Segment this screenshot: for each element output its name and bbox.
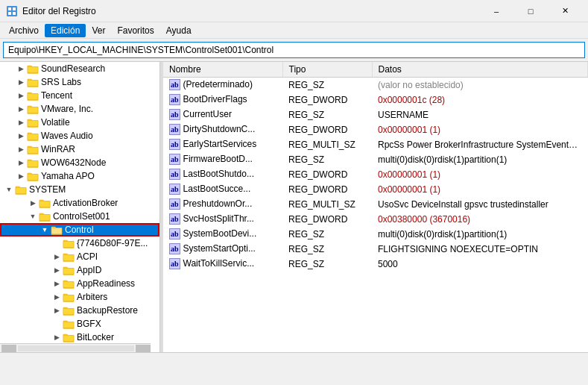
cell-name: abFirmwareBootD... bbox=[163, 152, 282, 167]
table-row[interactable]: abCurrentUserREG_SZUSERNAME bbox=[163, 107, 588, 122]
tree-item-soundresearch[interactable]: ▶ SoundResearch bbox=[0, 62, 159, 75]
table-row[interactable]: abDirtyShutdownC...REG_DWORD0x00000001 (… bbox=[163, 122, 588, 137]
table-row[interactable]: abBootDriverFlagsREG_DWORD0x0000001c (28… bbox=[163, 93, 588, 107]
table-row[interactable]: abLastBootShutdo...REG_DWORD0x00000001 (… bbox=[163, 167, 588, 182]
expand-soundresearch[interactable]: ▶ bbox=[15, 63, 27, 75]
expand-winrar[interactable]: ▶ bbox=[15, 143, 27, 155]
dword-icon: ab bbox=[169, 169, 180, 180]
tree-item-appid[interactable]: ▶ AppID bbox=[0, 263, 159, 277]
menu-archivo[interactable]: Archivo bbox=[3, 24, 45, 37]
tree-item-vmware[interactable]: ▶ VMware, Inc. bbox=[0, 102, 159, 116]
expand-appid[interactable]: ▶ bbox=[51, 264, 63, 276]
folder-icon-bitlocker bbox=[63, 332, 75, 342]
tree-item-7746d80f[interactable]: ▶ {7746D80F-97E... bbox=[0, 237, 159, 250]
table-row[interactable]: abSvcHostSplitThr...REG_DWORD0x00380000 … bbox=[163, 212, 588, 227]
cell-name: ab(Predeterminado) bbox=[163, 78, 282, 93]
tree-item-backuprestore[interactable]: ▶ BackupRestore bbox=[0, 304, 159, 317]
col-header-data[interactable]: Datos bbox=[372, 62, 588, 78]
col-header-name[interactable]: Nombre bbox=[163, 62, 282, 78]
table-row[interactable]: abSystemBootDevi...REG_SZmulti(0)disk(0)… bbox=[163, 227, 588, 242]
table-row[interactable]: abFirmwareBootD...REG_SZmulti(0)disk(0)r… bbox=[163, 152, 588, 167]
dword-icon: ab bbox=[169, 124, 180, 135]
table-row[interactable]: ab(Predeterminado)REG_SZ(valor no establ… bbox=[163, 78, 588, 93]
expand-system[interactable]: ▼ bbox=[3, 184, 15, 195]
label-wow6432node: WOW6432Node bbox=[41, 157, 106, 168]
tree-item-bgfx[interactable]: ▶ BGFX bbox=[0, 317, 159, 331]
ab-icon: ab bbox=[169, 139, 180, 150]
tree-item-bitlocker[interactable]: ▶ BitLocker bbox=[0, 331, 159, 344]
folder-icon-wow6432node bbox=[27, 157, 39, 168]
maximize-button[interactable]: □ bbox=[513, 0, 548, 22]
expand-tencent[interactable]: ▶ bbox=[15, 90, 27, 101]
folder-icon-appid bbox=[63, 265, 75, 275]
address-bar[interactable]: Equipo\HKEY_LOCAL_MACHINE\SYSTEM\Control… bbox=[3, 42, 585, 58]
cell-data: multi(0)disk(0)rdisk(1)partition(1) bbox=[372, 227, 588, 242]
tree-item-yamahaapo[interactable]: ▶ Yamaha APO bbox=[0, 169, 159, 183]
table-row[interactable]: abLastBootSucce...REG_DWORD0x00000001 (1… bbox=[163, 182, 588, 197]
dword-icon: ab bbox=[169, 94, 180, 105]
expand-srslabs[interactable]: ▶ bbox=[15, 76, 27, 88]
label-arbiters: Arbiters bbox=[77, 292, 107, 302]
expand-acpi[interactable]: ▶ bbox=[51, 251, 63, 263]
tree-item-winrar[interactable]: ▶ WinRAR bbox=[0, 143, 159, 156]
tree-item-activationbroker[interactable]: ▶ ActivationBroker bbox=[0, 196, 159, 210]
expand-controlset001[interactable]: ▼ bbox=[27, 210, 39, 222]
expand-volatile[interactable]: ▶ bbox=[15, 116, 27, 128]
expand-backuprestore[interactable]: ▶ bbox=[51, 304, 63, 316]
cell-name: abBootDriverFlags bbox=[163, 93, 282, 107]
menu-ver[interactable]: Ver bbox=[86, 24, 111, 37]
table-row[interactable]: abEarlyStartServicesREG_MULTI_SZRpcSs Po… bbox=[163, 137, 588, 152]
label-appreadiness: AppReadiness bbox=[77, 278, 135, 289]
table-row[interactable]: abWaitToKillServic...REG_SZ5000 bbox=[163, 257, 588, 272]
folder-icon-wavesaudio bbox=[27, 131, 39, 141]
expand-appreadiness[interactable]: ▶ bbox=[51, 278, 63, 289]
cell-type: REG_MULTI_SZ bbox=[282, 137, 372, 152]
tree-item-volatile[interactable]: ▶ Volatile bbox=[0, 116, 159, 129]
close-button[interactable]: ✕ bbox=[548, 0, 582, 22]
tree-item-controlset001[interactable]: ▼ ControlSet001 bbox=[0, 210, 159, 223]
cell-name: abWaitToKillServic... bbox=[163, 257, 282, 272]
tree-scroll[interactable]: ▶ SoundResearch ▶ SRS Labs ▶ bbox=[0, 62, 159, 352]
tree-item-acpi[interactable]: ▶ ACPI bbox=[0, 250, 159, 263]
expand-activationbroker[interactable]: ▶ bbox=[27, 197, 39, 209]
cell-type: REG_SZ bbox=[282, 242, 372, 257]
folder-icon-arbiters bbox=[63, 292, 75, 302]
tree-item-control[interactable]: ▼ Control bbox=[0, 223, 159, 237]
cell-data: 0x00380000 (3670016) bbox=[372, 212, 588, 227]
table-row[interactable]: abPreshutdownOr...REG_MULTI_SZUsoSvc Dev… bbox=[163, 197, 588, 212]
tree-item-arbiters[interactable]: ▶ Arbiters bbox=[0, 290, 159, 304]
status-bar bbox=[0, 352, 588, 369]
tree-item-srslabs[interactable]: ▶ SRS Labs bbox=[0, 75, 159, 89]
col-header-type[interactable]: Tipo bbox=[282, 62, 372, 78]
cell-type: REG_MULTI_SZ bbox=[282, 197, 372, 212]
tree-item-appreadiness[interactable]: ▶ AppReadiness bbox=[0, 277, 159, 290]
tree-item-wavesaudio[interactable]: ▶ Waves Audio bbox=[0, 129, 159, 143]
expand-wow6432node[interactable]: ▶ bbox=[15, 157, 27, 169]
folder-icon-control bbox=[51, 225, 63, 235]
menu-favoritos[interactable]: Favoritos bbox=[111, 24, 159, 37]
folder-icon-acpi bbox=[63, 251, 75, 262]
minimize-button[interactable]: – bbox=[479, 0, 513, 22]
menu-ayuda[interactable]: Ayuda bbox=[160, 24, 197, 37]
expand-yamahaapo[interactable]: ▶ bbox=[15, 170, 27, 182]
folder-icon-system bbox=[15, 184, 27, 195]
registry-table: Nombre Tipo Datos ab(Predeterminado)REG_… bbox=[163, 62, 588, 272]
table-row[interactable]: abSystemStartOpti...REG_SZ FLIGHTSIGNING… bbox=[163, 242, 588, 257]
cell-data: 0x00000001 (1) bbox=[372, 182, 588, 197]
expand-bitlocker[interactable]: ▶ bbox=[51, 331, 63, 343]
expand-arbiters[interactable]: ▶ bbox=[51, 291, 63, 303]
detail-pane: Nombre Tipo Datos ab(Predeterminado)REG_… bbox=[163, 62, 588, 352]
cell-data: 0x0000001c (28) bbox=[372, 93, 588, 107]
tree-item-tencent[interactable]: ▶ Tencent bbox=[0, 89, 159, 102]
cell-type: REG_DWORD bbox=[282, 167, 372, 182]
expand-wavesaudio[interactable]: ▶ bbox=[15, 130, 27, 142]
expand-vmware[interactable]: ▶ bbox=[15, 103, 27, 115]
label-yamahaapo: Yamaha APO bbox=[41, 171, 95, 181]
label-appid: AppID bbox=[77, 265, 101, 275]
expand-control[interactable]: ▼ bbox=[39, 224, 51, 236]
svg-rect-0 bbox=[7, 6, 17, 16]
tree-item-system[interactable]: ▼ SYSTEM bbox=[0, 183, 159, 196]
menu-edicion[interactable]: Edición bbox=[45, 24, 86, 37]
dword-icon: ab bbox=[169, 184, 180, 195]
tree-item-wow6432node[interactable]: ▶ WOW6432Node bbox=[0, 156, 159, 169]
